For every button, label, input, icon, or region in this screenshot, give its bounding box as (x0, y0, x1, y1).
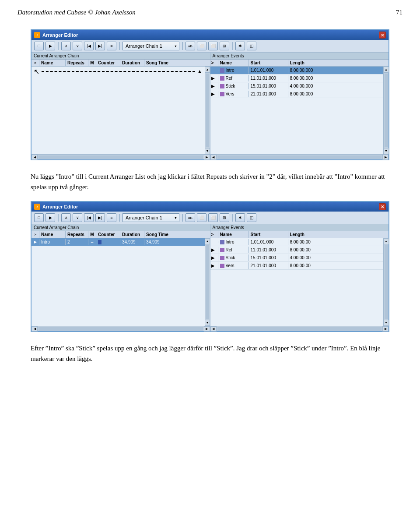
toolbar2-extra2-btn[interactable]: ◫ (247, 213, 256, 222)
toolbar2-menu-btn[interactable]: ≡ (107, 213, 116, 222)
left-row-intro-2[interactable]: ▶ Intro 2 – 34.909 34.909 (32, 238, 205, 246)
toolbar-extra-btn[interactable]: ✱ (235, 42, 245, 50)
col-songtime-1: Song Time (144, 60, 171, 66)
right-scroll-h-1[interactable]: ◀ ▶ (210, 154, 389, 159)
col-arr-1: > (32, 60, 39, 66)
col-name-1: Name (39, 60, 66, 66)
scroll-right-r-1[interactable]: ▶ (382, 155, 388, 160)
scroll-down-2[interactable]: ▼ (205, 320, 210, 326)
scroll-right-1[interactable]: ▶ (204, 155, 210, 160)
toolbar-down-btn[interactable]: ∨ (73, 42, 82, 50)
arranger-window-2: ♪ Arranger Editor ✕ □ ▶ ∧ ∨ |◀ ▶| ≡ Arra… (31, 201, 389, 332)
ev-start-intro-2: 1.01.01.000 (249, 239, 288, 245)
scroll-up-r-1[interactable]: ▲ (384, 67, 389, 73)
right-scroll-v-2[interactable]: ▲ ▼ (383, 238, 388, 326)
left-scroll-h-1[interactable]: ◀ ▶ (32, 154, 210, 159)
ev-row-intro-1[interactable]: Intro 1.01.01.000 8.00.00.000 (210, 67, 384, 74)
col-repeats-2: Repeats (66, 231, 88, 238)
ev-row-stick-2[interactable]: ▶ Stick 15.01.01.000 4.00.00.00 (210, 254, 384, 262)
right-list-area-2: Intro 1.01.01.000 8.00.00.00 ▶ Ref 11.01… (210, 238, 384, 326)
ev-length-ref-2: 8.00.00.00 (288, 247, 384, 253)
toolbar2-down-btn[interactable]: ∨ (73, 213, 82, 222)
ev-row-ref-1[interactable]: ▶ Ref 11.01.01.000 8.00.00.000 (210, 74, 384, 82)
arranger-window-1: ♪ Arranger Editor ✕ □ ▶ ∧ ∨ |◀ ▶| ≡ Arra… (31, 29, 389, 160)
col-m-2: M (88, 231, 96, 238)
left-panel-1: Current Arranger Chain > Name Repeats M … (32, 53, 210, 159)
toolbar2-copy-btn[interactable]: ⬜ (197, 213, 206, 222)
scroll-down-1[interactable]: ▼ (205, 148, 210, 154)
toolbar-menu-btn[interactable]: ≡ (107, 42, 116, 50)
toolbar2-export-btn[interactable]: ⊞ (220, 213, 229, 222)
toolbar2-stop-btn[interactable]: □ (34, 213, 44, 222)
ev-start-stick: 15.01.01.000 (249, 83, 288, 89)
ev-length-vers-2: 8.00.00.00 (288, 262, 384, 269)
toolbar-ab-btn[interactable]: aB (186, 42, 195, 50)
toolbar2-play-btn[interactable]: ▶ (46, 213, 55, 222)
left-scroll-v-2[interactable]: ▲ ▼ (205, 238, 210, 326)
ev-row-stick-1[interactable]: ▶ Stick 15.01.01.000 4.00.00.000 (210, 82, 384, 90)
col-repeats-1: Repeats (66, 60, 88, 66)
toolbar2-ab-btn[interactable]: aB (186, 213, 195, 222)
close-button-1[interactable]: ✕ (379, 32, 386, 39)
left-scroll-v-1[interactable]: ▲ ▼ (205, 67, 210, 154)
toolbar-export-btn[interactable]: ⊞ (220, 42, 229, 50)
ev-name-intro: Intro (218, 67, 249, 74)
toolbar2-sep-4 (232, 214, 233, 222)
left-arr-intro-2: ▶ (32, 239, 39, 245)
panels-row-2: Current Arranger Chain > Name Repeats M … (32, 224, 388, 331)
chain-dropdown-2[interactable]: Arranger Chain 1 (122, 213, 179, 222)
scroll-left-1[interactable]: ◀ (32, 155, 38, 160)
toolbar2-prev-btn[interactable]: |◀ (84, 213, 94, 222)
ev-row-vers-1[interactable]: ▶ Vers 21.01.01.000 8.00.00.000 (210, 90, 384, 98)
toolbar2-up-btn[interactable]: ∧ (61, 213, 71, 222)
left-scroll-h-2[interactable]: ◀ ▶ (32, 326, 210, 331)
right-panel-2: Arranger Events > Name Start Length Intr… (210, 224, 389, 331)
ev-row-ref-2[interactable]: ▶ Ref 11.01.01.000 8.00.00.00 (210, 246, 384, 254)
ev-name-intro-2: Intro (218, 239, 249, 245)
arrow-marker-1: ▲ (197, 68, 203, 75)
toolbar-play-btn[interactable]: ▶ (46, 42, 55, 50)
window-title-2: Arranger Editor (42, 204, 78, 209)
chain-dropdown-1[interactable]: Arranger Chain 1 (122, 42, 179, 50)
col-ev-arr-1: > (210, 60, 218, 66)
scroll-left-r-1[interactable]: ◀ (210, 155, 217, 160)
scroll-right-r-2[interactable]: ▶ (382, 326, 388, 332)
ev-arr-vers-2: ▶ (210, 262, 218, 269)
scroll-right-2[interactable]: ▶ (204, 326, 210, 332)
ev-length-ref: 8.00.00.000 (288, 75, 384, 81)
scroll-up-2[interactable]: ▲ (205, 238, 210, 244)
toolbar2-next-btn[interactable]: ▶| (95, 213, 105, 222)
scroll-track-rv-2 (385, 245, 388, 319)
scroll-down-r-2[interactable]: ▼ (384, 320, 389, 326)
ev-name-vers: Vers (218, 91, 249, 97)
cursor-row-1: ↖ ▲ (32, 67, 205, 76)
toolbar2-extra-btn[interactable]: ✱ (235, 213, 245, 222)
scroll-up-1[interactable]: ▲ (205, 67, 210, 73)
right-panel-header-2: Arranger Events (210, 224, 389, 231)
ev-row-vers-2[interactable]: ▶ Vers 21.01.01.000 8.00.00.00 (210, 262, 384, 270)
right-panel-1: Arranger Events > Name Start Length Intr… (210, 53, 389, 159)
ev-row-intro-2[interactable]: Intro 1.01.01.000 8.00.00.00 (210, 238, 384, 246)
toolbar-extra2-btn[interactable]: ◫ (247, 42, 256, 50)
page-title: Datorstudion med Cubase © Johan Axelsson (18, 9, 136, 16)
toolbar-prev-btn[interactable]: |◀ (84, 42, 94, 50)
scroll-track-rh-2 (217, 327, 382, 331)
toolbar2-copy2-btn[interactable]: ⬜ (208, 213, 218, 222)
scroll-left-r-2[interactable]: ◀ (210, 326, 217, 332)
scroll-left-2[interactable]: ◀ (32, 326, 38, 332)
right-scroll-v-1[interactable]: ▲ ▼ (383, 67, 388, 154)
left-list-scroll-2: ▶ Intro 2 – 34.909 34.909 ▲ ▼ (32, 238, 210, 326)
scroll-track-rv-1 (385, 74, 388, 147)
toolbar-copy2-btn[interactable]: ⬜ (208, 42, 218, 50)
ev-name-ref-2: Ref (218, 247, 249, 253)
right-scroll-h-2[interactable]: ◀ ▶ (210, 326, 389, 331)
toolbar-next-btn[interactable]: ▶| (95, 42, 105, 50)
toolbar-up-btn[interactable]: ∧ (61, 42, 71, 50)
scroll-track-rh-1 (217, 155, 382, 159)
toolbar-copy-btn[interactable]: ⬜ (197, 42, 206, 50)
close-button-2[interactable]: ✕ (379, 203, 386, 210)
toolbar-stop-btn[interactable]: □ (34, 42, 44, 50)
ev-start-ref-2: 11.01.01.000 (249, 247, 288, 253)
scroll-down-r-1[interactable]: ▼ (384, 148, 389, 154)
scroll-up-r-2[interactable]: ▲ (384, 238, 389, 244)
